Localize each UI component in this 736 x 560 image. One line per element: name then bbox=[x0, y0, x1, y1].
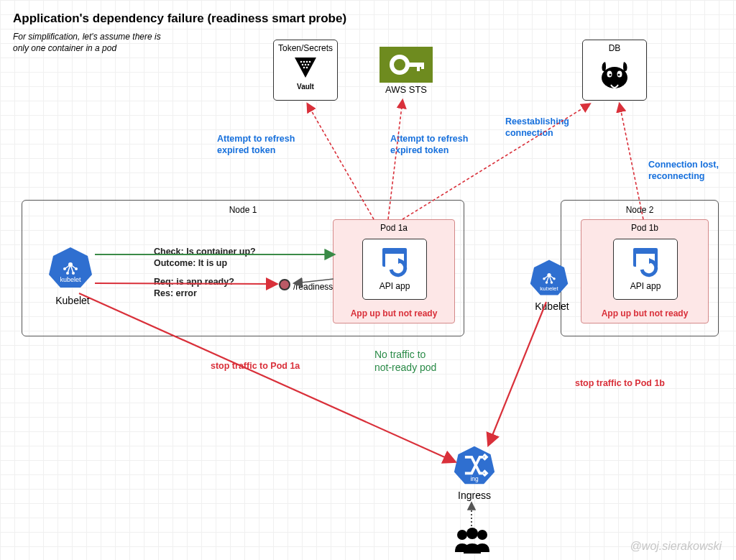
ann-check-line2: Outcome: It is up bbox=[154, 258, 227, 268]
postgres-icon bbox=[595, 56, 634, 95]
pod1b-label: Pod 1b bbox=[581, 220, 708, 236]
pod1b-status: App up but not ready bbox=[581, 308, 708, 318]
kubelet1-label: Kubelet bbox=[47, 295, 98, 306]
pod1a-label: Pod 1a bbox=[334, 220, 454, 236]
ann-check-line1: Check: Is container up? bbox=[154, 247, 256, 257]
notraffic-line2: not-ready pod bbox=[374, 362, 436, 373]
db-box: DB bbox=[582, 40, 647, 101]
svg-point-8 bbox=[303, 67, 305, 69]
aws-sts-icon bbox=[380, 47, 433, 83]
svg-point-9 bbox=[306, 67, 308, 69]
diagram-subtitle: For simplification, let's assume there i… bbox=[13, 32, 193, 54]
aws-sts-block: AWS STS bbox=[377, 47, 435, 95]
vault-box: Token/Secrets Vault bbox=[273, 40, 338, 101]
ann-refresh2: Attempt to refresh expired token bbox=[390, 134, 468, 156]
pod1a-status: App up but not ready bbox=[334, 308, 454, 318]
app-icon bbox=[378, 245, 411, 278]
users-icon bbox=[449, 526, 495, 558]
ann-req-line2: Res: error bbox=[154, 288, 197, 298]
kubelet-icon: kubelet bbox=[529, 257, 569, 298]
svg-text:kubelet: kubelet bbox=[60, 276, 81, 283]
ann-stop1b: stop traffic to Pod 1b bbox=[575, 378, 665, 388]
vault-icon bbox=[288, 56, 323, 83]
pod1b-app-box: API app bbox=[613, 239, 678, 300]
svg-rect-11 bbox=[405, 63, 423, 67]
svg-text:kubelet: kubelet bbox=[540, 285, 558, 292]
app-icon bbox=[629, 245, 662, 278]
svg-point-3 bbox=[306, 61, 308, 63]
ann-reestablish: Reestablishing connection bbox=[505, 116, 569, 139]
ann-notraffic: No traffic to not-ready pod bbox=[374, 348, 436, 374]
svg-point-1 bbox=[300, 61, 303, 63]
svg-point-6 bbox=[305, 64, 307, 66]
kubelet-icon: kubelet bbox=[47, 244, 93, 290]
svg-point-17 bbox=[610, 74, 612, 76]
kubelet2-block: kubelet Kubelet bbox=[529, 257, 575, 312]
svg-point-4 bbox=[309, 61, 311, 63]
readiness-endpoint-dot bbox=[279, 279, 290, 290]
svg-point-18 bbox=[618, 74, 620, 76]
aws-sts-label: AWS STS bbox=[377, 84, 435, 95]
svg-rect-12 bbox=[417, 63, 420, 71]
kubelet2-label: Kubelet bbox=[529, 300, 575, 312]
pod1b-app-label: API app bbox=[614, 281, 677, 291]
ingress-label: Ingress bbox=[449, 490, 500, 501]
svg-point-7 bbox=[308, 64, 310, 66]
ann-req: Req: is app ready? Res: error bbox=[154, 276, 234, 300]
svg-line-60 bbox=[489, 302, 546, 444]
svg-point-50 bbox=[466, 528, 478, 539]
svg-point-5 bbox=[302, 64, 304, 66]
ann-req-line1: Req: is app ready? bbox=[154, 277, 234, 287]
node1-label: Node 1 bbox=[22, 205, 464, 215]
subtitle-line2: only one container in a pod bbox=[13, 43, 116, 53]
vault-header: Token/Secrets bbox=[278, 43, 333, 53]
vault-brand: Vault bbox=[278, 83, 333, 91]
svg-rect-13 bbox=[421, 63, 424, 69]
ann-connlost: Connection lost, reconnecting bbox=[648, 160, 719, 182]
kubelet1-block: kubelet Kubelet bbox=[47, 244, 98, 306]
readiness-endpoint-label: /readiness bbox=[293, 282, 333, 292]
svg-point-2 bbox=[303, 61, 305, 63]
svg-point-51 bbox=[477, 530, 487, 540]
diagram-title: Application's dependency failure (readin… bbox=[13, 12, 346, 26]
ingress-block: ing Ingress bbox=[449, 444, 500, 501]
ann-refresh1: Attempt to refresh expired token bbox=[217, 134, 295, 156]
pod1b-box: Pod 1b API app App up but not ready bbox=[581, 219, 709, 323]
ann-stop1a: stop traffic to Pod 1a bbox=[211, 361, 300, 371]
author-credit: @woj.sierakowski bbox=[630, 540, 722, 553]
pod1a-app-box: API app bbox=[362, 239, 427, 300]
db-header: DB bbox=[587, 43, 642, 53]
notraffic-line1: No traffic to bbox=[374, 349, 426, 360]
svg-text:ing: ing bbox=[470, 475, 479, 482]
ingress-icon: ing bbox=[453, 444, 496, 487]
svg-point-10 bbox=[392, 57, 408, 73]
svg-marker-0 bbox=[295, 58, 316, 78]
ann-check: Check: Is container up? Outcome: It is u… bbox=[154, 246, 256, 270]
node2-label: Node 2 bbox=[561, 205, 718, 215]
pod1a-app-label: API app bbox=[363, 281, 426, 291]
subtitle-line1: For simplification, let's assume there i… bbox=[13, 32, 161, 42]
svg-point-49 bbox=[457, 530, 467, 540]
pod1a-box: Pod 1a API app App up but not ready bbox=[333, 219, 455, 323]
